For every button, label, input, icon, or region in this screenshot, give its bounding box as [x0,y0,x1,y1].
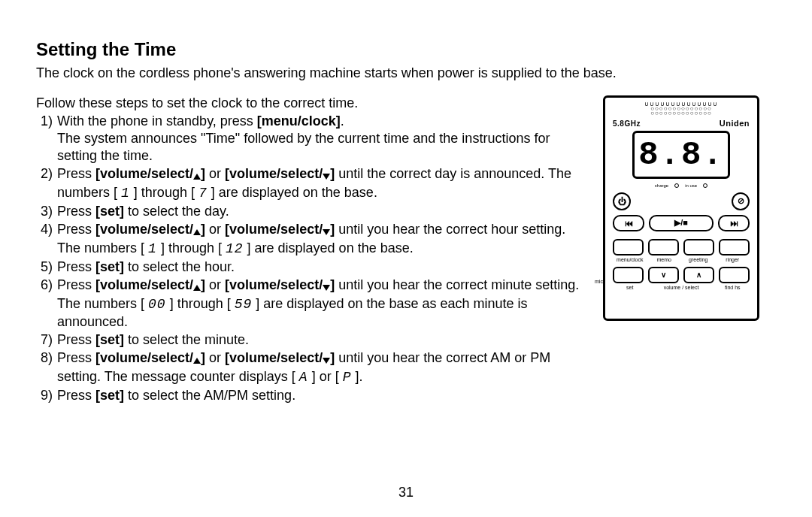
power-button-icon: ⏻ [613,192,631,210]
prev-button-icon: ⏮ [613,215,644,231]
step-5: 5) Press [set] to select the hour. [36,258,589,276]
seg-letter: A [299,370,308,385]
play-stop-button-icon: ▶/■ [649,215,714,231]
steps-list: 1) With the phone in standby, press [men… [36,113,589,405]
button-label: volume / select [647,285,716,290]
step-number: 2) [36,165,57,183]
menu-clock-button-icon [613,239,644,255]
mic-label: mic [595,279,603,284]
button-label: set [613,285,647,290]
step-number: 8) [36,349,57,367]
step-7: 7) Press [set] to select the minute. [36,331,589,349]
speaker-grill-icon: ∪∪∪∪∪∪∪∪∪∪∪∪∪∪ ○○○○○○○○○○○○○○ ○○○○○○○○○○… [613,102,750,116]
arrow-up-icon [193,229,201,235]
step-4: 4) Press [volume/select/] or [volume/sel… [36,221,589,258]
arrow-down-icon [323,358,330,364]
led-icon [703,183,707,188]
step-number: 7) [36,331,57,349]
step-number: 3) [36,203,57,220]
find-hs-button-icon [719,267,750,283]
next-button-icon: ⏭ [718,215,750,231]
ringer-button-icon [719,239,750,255]
intro-text: The clock on the cordless phone's answer… [36,65,776,82]
seg-letter: P [343,370,352,385]
button-label: ringer [716,257,750,262]
step-number: 6) [36,277,57,294]
section-heading: Setting the Time [36,39,776,60]
brand-label: Uniden [720,119,750,128]
seg-digit: 7 [198,186,208,201]
page-number: 31 [0,485,812,500]
seg-digit: 1 [148,241,157,256]
button-label: menu/clock [613,257,647,262]
lead-text: Follow these steps to set the clock to t… [36,95,589,111]
step-3: 3) Press [set] to select the day. [36,203,589,220]
cancel-button-icon: ⊘ [732,192,750,210]
step-6: 6) Press [volume/select/] or [volume/sel… [36,277,589,331]
led-icon [674,183,679,188]
seg-digit: 12 [226,241,244,256]
button-label: find hs [716,285,750,290]
set-button-icon [613,267,644,283]
step-2: 2) Press [volume/select/] or [volume/sel… [36,165,589,202]
seg-digit: 1 [121,186,130,201]
arrow-up-icon [193,285,201,291]
step-number: 9) [36,387,57,404]
lcd-display: 8.8. [632,131,730,179]
arrow-down-icon [323,285,330,291]
vol-up-button-icon: ∧ [683,267,714,283]
arrow-up-icon [193,174,201,180]
step-9: 9) Press [set] to select the AM/PM setti… [36,387,589,404]
led-row: charge in use [613,183,750,188]
step-text: With the phone in standby, press [57,113,257,128]
step-number: 1) [36,113,57,130]
seg-digit: 00 [148,297,166,312]
step-8: 8) Press [volume/select/] or [volume/sel… [36,349,589,386]
button-label: greeting [681,257,716,262]
device-illustration: ∪∪∪∪∪∪∪∪∪∪∪∪∪∪ ○○○○○○○○○○○○○○ ○○○○○○○○○○… [603,95,759,321]
key-label: [menu/clock] [257,113,341,128]
step-number: 5) [36,258,57,276]
arrow-down-icon [323,174,330,180]
arrow-down-icon [323,229,330,235]
button-label: memo [647,257,682,262]
seg-digit: 59 [235,297,253,312]
step-1: 1) With the phone in standby, press [men… [36,113,589,165]
vol-down-button-icon: ∨ [648,267,679,283]
freq-label: 5.8GHz [613,119,641,128]
greeting-button-icon [683,239,714,255]
step-number: 4) [36,221,57,238]
arrow-up-icon [193,358,201,364]
step-text: The system announces "Time" followed by … [57,131,550,163]
memo-button-icon [648,239,679,255]
